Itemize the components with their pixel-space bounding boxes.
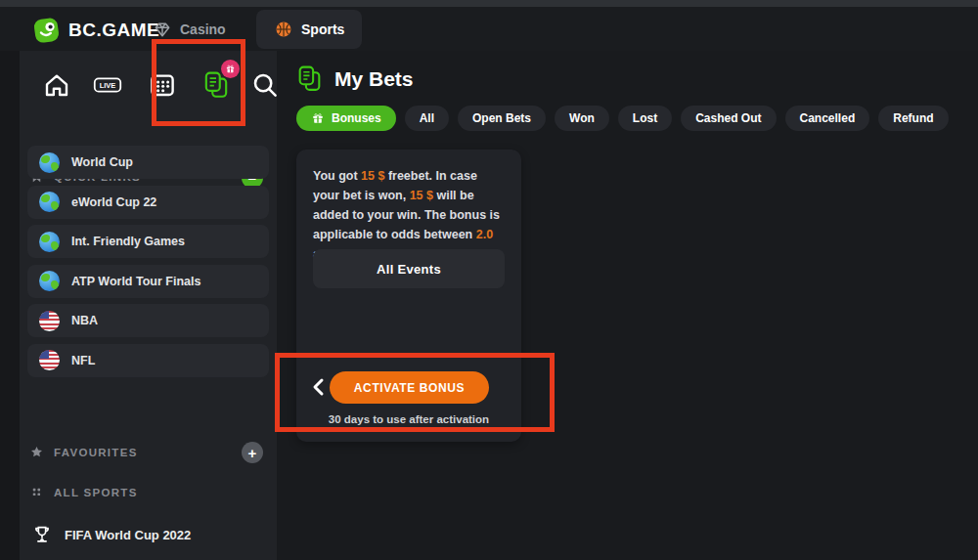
top-strip <box>0 0 978 7</box>
sport-label: FIFA World Cup 2022 <box>65 528 191 542</box>
left-rail <box>0 51 20 560</box>
nav-tab-label: Sports <box>301 22 344 37</box>
bonus-value: 2.0 <box>476 228 493 241</box>
tab-refund[interactable]: Refund <box>878 106 948 131</box>
my-bets-icon[interactable] <box>199 67 234 103</box>
tab-cashed-out[interactable]: Cashed Out <box>681 106 776 131</box>
brand-name: BC.GAME <box>68 20 159 41</box>
nav-tab-sports[interactable]: Sports <box>256 10 362 49</box>
sidebar-item-favourites[interactable]: FAVOURITES <box>29 445 138 459</box>
globe-icon <box>39 232 60 252</box>
bet-filter-tabs: BonusesAllOpen BetsWonLostCashed OutCanc… <box>296 106 949 131</box>
tab-won[interactable]: Won <box>555 106 609 131</box>
trophy-icon <box>31 524 53 545</box>
all-events-button[interactable]: All Events <box>313 249 505 288</box>
tab-all[interactable]: All <box>405 106 449 131</box>
bonus-card: You got 15 $ freebet. In case your bet i… <box>296 150 521 442</box>
activate-bonus-row: ACTIVATE BONUS <box>296 371 521 404</box>
sidebar-item-fifa-world-cup-2022[interactable]: FIFA World Cup 2022 <box>31 524 191 545</box>
diamond-icon <box>153 20 172 39</box>
tab-cancelled[interactable]: Cancelled <box>785 106 870 131</box>
sidebar-item-nfl[interactable]: NFL <box>27 344 269 377</box>
sidebar-item-label: eWorld Cup 22 <box>71 195 156 209</box>
tab-label: Cancelled <box>800 111 856 125</box>
nav-tab-casino[interactable]: Casino <box>153 7 226 51</box>
top-bar: BC.GAME Casino Sports <box>0 7 978 51</box>
bcgame-logo-icon <box>32 16 62 45</box>
sidebar-item-int-friendly-games[interactable]: Int. Friendly Games <box>27 225 269 258</box>
sidebar-item-label: Int. Friendly Games <box>71 235 185 248</box>
sidebar-item-eworld-cup-22[interactable]: eWorld Cup 22 <box>27 186 269 219</box>
page-title-text: My Bets <box>334 67 414 91</box>
sidebar-icon-row: LIVE <box>20 67 277 103</box>
activate-bonus-button[interactable]: ACTIVATE BONUS <box>330 371 489 404</box>
favourites-label: FAVOURITES <box>54 447 138 458</box>
star-icon <box>29 445 44 459</box>
bonus-value: 15 $ <box>410 189 433 202</box>
brand-logo[interactable]: BC.GAME <box>32 16 159 45</box>
sidebar: LIVE QUICK LINKS − World CupeWorld Cup 2… <box>20 51 277 560</box>
add-favourite-button[interactable]: + <box>242 442 263 463</box>
us-flag-icon <box>39 311 60 331</box>
grid-icon <box>29 485 44 499</box>
sidebar-item-atp-world-tour-finals[interactable]: ATP World Tour Finals <box>27 265 269 298</box>
tab-label: Bonuses <box>332 111 381 125</box>
sidebar-item-label: ATP World Tour Finals <box>71 275 200 288</box>
sidebar-item-label: NBA <box>71 314 98 327</box>
chevron-left-icon[interactable] <box>310 377 330 397</box>
calendar-icon[interactable] <box>145 67 180 103</box>
globe-icon <box>39 152 60 173</box>
globe-icon <box>39 271 60 291</box>
app-window: BC.GAME Casino Sports LIVE QUICK LINKS − <box>0 0 978 560</box>
tab-label: Refund <box>893 111 933 125</box>
sidebar-item-world-cup[interactable]: World Cup <box>27 146 269 179</box>
tab-label: Won <box>569 111 595 125</box>
tab-label: Lost <box>633 111 657 125</box>
sidebar-item-nba[interactable]: NBA <box>27 304 269 337</box>
globe-icon <box>39 192 60 212</box>
tab-label: Cashed Out <box>695 111 761 125</box>
tab-label: All <box>420 111 434 125</box>
gift-icon <box>311 111 325 125</box>
gift-badge <box>221 60 240 78</box>
search-icon[interactable] <box>247 67 283 103</box>
sidebar-item-all-sports[interactable]: ALL SPORTS <box>29 485 138 499</box>
quick-links-list: World CupeWorld Cup 22Int. Friendly Game… <box>27 146 269 383</box>
bonus-text: You got <box>313 169 361 183</box>
bonus-value: 15 $ <box>361 169 384 183</box>
live-icon[interactable]: LIVE <box>90 67 125 103</box>
nav-tab-label: Casino <box>180 22 226 37</box>
my-bets-icon <box>296 65 323 93</box>
tab-bonuses[interactable]: Bonuses <box>296 106 396 131</box>
sidebar-item-label: World Cup <box>71 155 133 169</box>
basketball-icon <box>274 20 293 39</box>
sidebar-item-label: NFL <box>71 354 95 367</box>
us-flag-icon <box>39 350 60 370</box>
bonus-expiry-note: 30 days to use after activation <box>296 413 521 425</box>
home-icon[interactable] <box>39 67 74 103</box>
tab-open-bets[interactable]: Open Bets <box>458 106 546 131</box>
svg-text:LIVE: LIVE <box>100 81 116 90</box>
all-sports-label: ALL SPORTS <box>54 487 138 498</box>
page-title: My Bets <box>296 65 414 93</box>
tab-lost[interactable]: Lost <box>618 106 672 131</box>
tab-label: Open Bets <box>472 111 531 125</box>
